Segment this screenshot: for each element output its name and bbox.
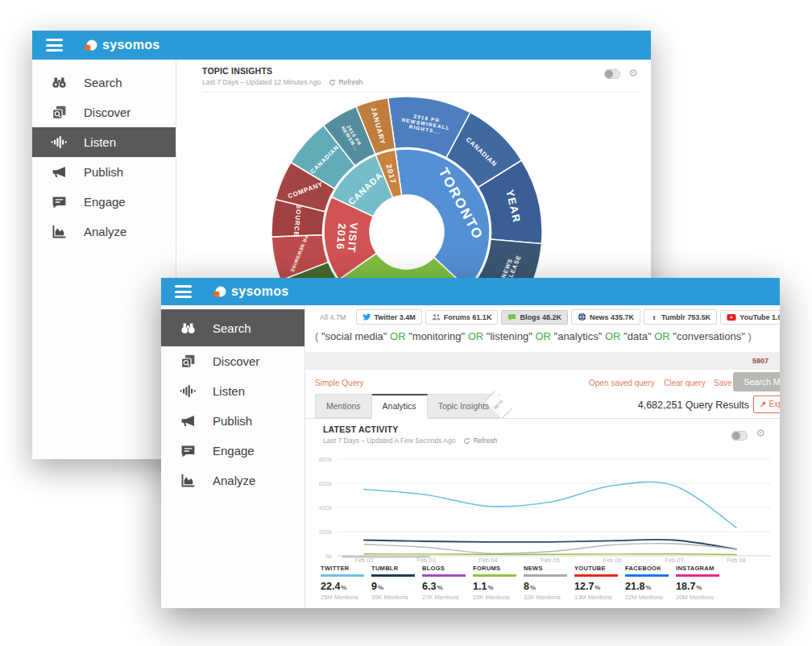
filter-chip-blogs-48-2k[interactable]: Blogs 48.2K: [501, 310, 568, 325]
y-axis-tick: 400k: [319, 504, 333, 511]
stat-color-bar: [676, 574, 719, 577]
stat-youtube: YOUTUBE12.7%13M Mentions: [574, 565, 623, 601]
stat-mentions: 32K Mentions: [524, 594, 572, 601]
refresh-button[interactable]: Refresh: [463, 437, 497, 445]
panel-header: TOPIC INSIGHTS Last 7 Days – Updated 12 …: [202, 66, 362, 86]
latest-activity-line-chart[interactable]: 0k200k400k600k800kFeb 02Feb 03Feb 04Feb …: [305, 449, 779, 564]
stat-channel-name: YOUTUBE: [574, 565, 623, 572]
sysomos-logo-icon: [84, 39, 97, 52]
query-term: "social media": [321, 330, 387, 342]
sidebar-item-label: Discover: [213, 354, 259, 368]
stat-color-bar: [574, 574, 618, 577]
sidebar-item-label: Publish: [84, 165, 123, 179]
sidebar: SearchDiscoverListenPublishEngageAnalyze: [32, 60, 176, 459]
sidebar-item-label: Listen: [84, 135, 116, 149]
gear-icon[interactable]: ⚙: [756, 428, 765, 438]
hamburger-menu-icon[interactable]: [175, 285, 192, 298]
simple-query-link[interactable]: Simple Query: [315, 379, 364, 387]
chart-scrollbar-thumb[interactable]: [342, 556, 430, 558]
sidebar-item-listen[interactable]: Listen: [161, 376, 304, 406]
x-axis-tick: Feb 04: [478, 557, 497, 564]
panel-title: LATEST ACTIVITY: [323, 424, 497, 434]
query-paren: ): [745, 330, 752, 342]
binoculars-icon: [50, 74, 68, 92]
filter-chip-label: Tumblr 753.5K: [661, 313, 710, 321]
stat-mentions: 35K Mentions: [371, 594, 420, 601]
sidebar-item-engage[interactable]: Engage: [32, 187, 176, 217]
sidebar-item-discover[interactable]: Discover: [161, 346, 304, 376]
filter-chip-tumblr-753-5k[interactable]: tTumblr 753.5K: [644, 309, 717, 325]
filter-chip-news-435-7k[interactable]: News 435.7K: [571, 309, 640, 325]
filter-chip-all-4-7m[interactable]: All 4.7M: [313, 310, 353, 325]
stat-color-bar: [371, 574, 415, 577]
query-char-bar: 5907: [305, 352, 780, 370]
panel-subtitle: Last 7 Days – Updated A Few Seconds Ago …: [323, 437, 497, 445]
sidebar-item-label: Engage: [213, 444, 255, 458]
sidebar-item-listen[interactable]: Listen: [32, 127, 176, 157]
sunburst-label: VISIT2016: [334, 222, 360, 254]
tab-mentions[interactable]: Mentions: [315, 394, 372, 418]
sidebar-item-label: Listen: [213, 384, 245, 398]
query-operator: OR: [465, 330, 487, 342]
sidebar-item-label: Analyze: [213, 474, 255, 487]
export-button[interactable]: ↗Export: [753, 395, 780, 413]
hamburger-menu-icon[interactable]: [46, 39, 63, 52]
sidebar-item-label: Publish: [213, 414, 252, 428]
open-saved-query-link[interactable]: Open saved query: [589, 379, 655, 387]
sidebar-item-publish[interactable]: Publish: [32, 157, 176, 187]
analyze-icon: [179, 472, 197, 490]
stat-instagram: INSTAGRAM18.7%20M Mentions: [676, 565, 724, 601]
y-axis-tick: 200k: [319, 528, 333, 536]
stat-channel-name: FACEBOOK: [625, 565, 673, 572]
stat-percent: 1.1%: [473, 581, 521, 592]
tumblr-icon: t: [650, 313, 658, 321]
filter-chip-forums-61-1k[interactable]: Forums 61.1K: [425, 310, 499, 325]
filter-chip-label: Twitter 3.4M: [375, 313, 416, 321]
gear-icon[interactable]: ⚙: [628, 68, 638, 78]
toggle-switch[interactable]: [731, 431, 748, 441]
stat-mentions: 13M Mentions: [574, 594, 623, 601]
sidebar-item-engage[interactable]: Engage: [161, 436, 304, 466]
y-axis-tick: 800k: [319, 456, 333, 463]
search-map-button[interactable]: Search MAP: [733, 372, 780, 391]
x-axis-tick: Feb 05: [541, 557, 559, 564]
query-paren: (: [315, 330, 321, 342]
clear-query-link[interactable]: Clear query: [664, 379, 706, 387]
x-axis-tick: Feb 08: [727, 557, 745, 564]
toggle-switch[interactable]: [604, 69, 620, 79]
sidebar-item-search[interactable]: Search: [32, 68, 176, 97]
sidebar-item-label: Engage: [84, 195, 126, 209]
stat-mentions: 20M Mentions: [676, 594, 724, 601]
query-results-count: 4,682,251 Query Results: [638, 400, 749, 411]
save-link[interactable]: Save: [714, 379, 732, 387]
tab-topic-insights[interactable]: Topic InsightsBETA: [428, 394, 501, 418]
query-term: "data": [624, 330, 652, 342]
youtube-icon: [727, 313, 736, 321]
stat-percent: 18.7%: [676, 581, 724, 592]
refresh-button[interactable]: Refresh: [329, 78, 362, 86]
engage-icon: [50, 193, 68, 211]
stat-color-bar: [321, 574, 364, 577]
filter-chip-label: News 435.7K: [590, 313, 634, 321]
tab-label: Topic Insights: [438, 401, 490, 411]
stat-mentions: 27K Mentions: [422, 594, 470, 601]
stat-channel-name: TWITTER: [321, 565, 369, 572]
sidebar-item-discover[interactable]: Discover: [32, 97, 176, 127]
sidebar-item-publish[interactable]: Publish: [161, 406, 304, 436]
svg-text:t: t: [652, 313, 656, 321]
sidebar-item-analyze[interactable]: Analyze: [32, 217, 176, 246]
stat-percent: 21.8%: [625, 581, 673, 592]
stat-color-bar: [524, 574, 567, 577]
filter-chip-youtube-1-0m[interactable]: YouTube 1.0M: [720, 310, 780, 325]
query-input[interactable]: ( "social media" OR "monitoring" OR "lis…: [315, 330, 752, 342]
sidebar-item-analyze[interactable]: Analyze: [161, 466, 304, 495]
forums-icon: [432, 313, 441, 321]
query-term: "monitoring": [408, 330, 465, 342]
tab-analytics[interactable]: Analytics: [372, 394, 428, 419]
panel-header: LATEST ACTIVITY Last 7 Days – Updated A …: [323, 424, 497, 445]
filter-chip-twitter-3-4m[interactable]: Twitter 3.4M: [356, 309, 422, 325]
app-titlebar: sysomos: [161, 278, 780, 305]
sidebar-item-search[interactable]: Search: [161, 309, 304, 346]
listen-icon: [50, 134, 68, 151]
char-count: 5907: [752, 352, 768, 370]
